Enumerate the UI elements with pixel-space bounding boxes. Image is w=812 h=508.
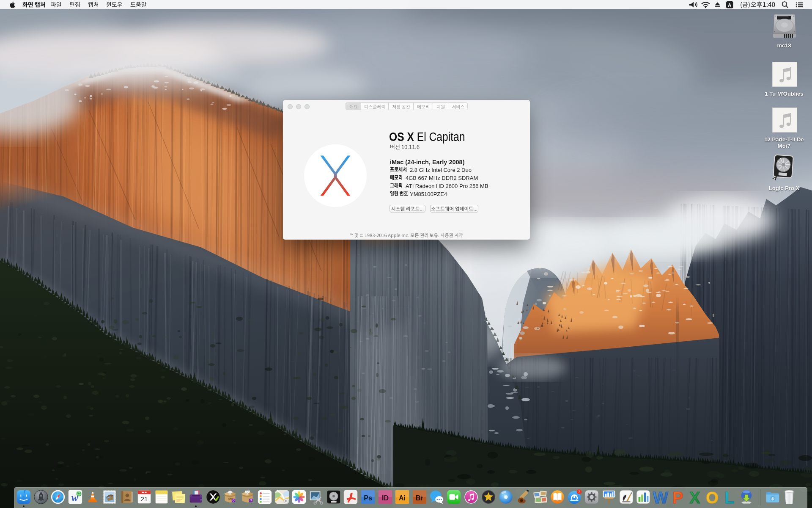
- svg-text:O: O: [706, 489, 719, 505]
- svg-text:Ps: Ps: [364, 494, 372, 502]
- svg-text:L: L: [724, 489, 734, 505]
- svg-text:Br: Br: [416, 494, 424, 502]
- svg-text:Ai: Ai: [399, 494, 406, 502]
- svg-text:ID: ID: [382, 494, 389, 502]
- svg-text:21: 21: [141, 495, 148, 502]
- svg-text:X: X: [689, 489, 700, 505]
- svg-text:Q: Q: [250, 499, 252, 502]
- svg-text:W: W: [653, 489, 668, 505]
- svg-text:Q: Q: [232, 499, 234, 502]
- svg-text:30: 30: [285, 500, 288, 502]
- svg-text:P: P: [672, 489, 683, 505]
- svg-text:7: 7: [578, 490, 580, 494]
